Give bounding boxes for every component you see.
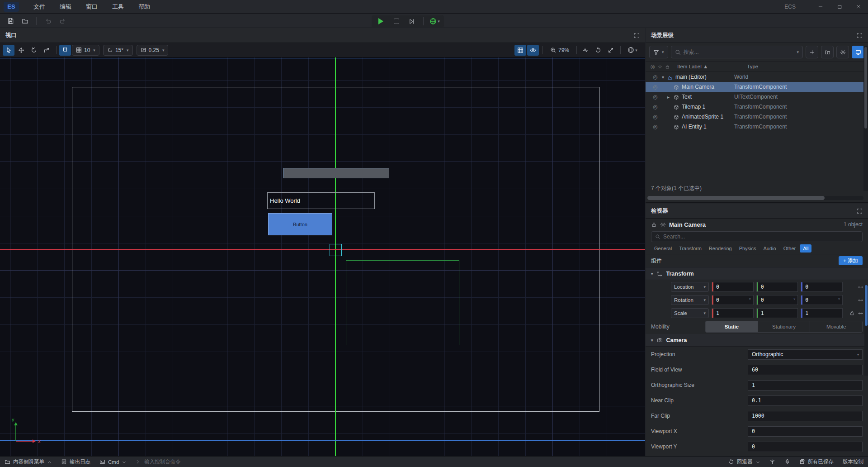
inspector-search-input[interactable]: Search... bbox=[651, 231, 863, 242]
link-axes-icon[interactable] bbox=[858, 283, 863, 290]
selection-origin-gizmo[interactable] bbox=[330, 244, 342, 256]
rotation-z-input[interactable]: 0° bbox=[801, 295, 843, 305]
link-axes-icon[interactable] bbox=[858, 310, 863, 316]
viewport-x-input[interactable]: 0 bbox=[748, 426, 863, 437]
hierarchy-vscrollbar[interactable] bbox=[863, 46, 868, 191]
new-folder-button[interactable] bbox=[821, 46, 834, 58]
tab-physics[interactable]: Physics bbox=[736, 244, 760, 253]
hierarchy-row[interactable]: ◎Main CameraTransformComponent bbox=[646, 82, 868, 92]
statusbar-item[interactable]: 回退器 bbox=[724, 457, 765, 467]
statusbar-item[interactable] bbox=[765, 457, 780, 467]
move-tool-button[interactable] bbox=[15, 45, 27, 56]
location-y-input[interactable]: 0 bbox=[756, 282, 798, 292]
display-mode-button[interactable] bbox=[852, 46, 864, 58]
menu-item-3[interactable]: 工具 bbox=[106, 1, 130, 13]
statusbar-item[interactable]: 输出日志 bbox=[57, 457, 95, 467]
save-icon[interactable] bbox=[5, 15, 16, 26]
statusbar-item[interactable]: 输入控制台命令 bbox=[131, 457, 185, 467]
hierarchy-hscrollbar[interactable] bbox=[647, 196, 863, 200]
scale-snap-dropdown[interactable]: 0.25▾ bbox=[137, 45, 169, 56]
rotation-y-input[interactable]: 0° bbox=[756, 295, 798, 305]
play-button[interactable] bbox=[374, 16, 388, 27]
redo-icon[interactable] bbox=[57, 15, 68, 26]
hierarchy-settings-button[interactable] bbox=[836, 46, 849, 58]
world-mode-dropdown[interactable]: ▾ bbox=[428, 16, 442, 27]
expand-panel-icon[interactable] bbox=[857, 208, 863, 214]
hierarchy-search-input[interactable]: 搜索... ▾ bbox=[671, 46, 803, 58]
scale-tool-button[interactable] bbox=[41, 45, 52, 56]
add-entity-button[interactable] bbox=[806, 46, 818, 58]
visibility-toggle-button[interactable] bbox=[527, 45, 539, 56]
visibility-toggle-icon[interactable]: ◎ bbox=[653, 104, 657, 110]
grid-snap-dropdown[interactable]: 10▾ bbox=[72, 45, 99, 56]
menu-item-4[interactable]: 帮助 bbox=[132, 1, 156, 13]
visibility-toggle-icon[interactable]: ◎ bbox=[653, 94, 657, 100]
expand-panel-icon[interactable] bbox=[634, 33, 640, 38]
transform-section-header[interactable]: ▾ Transform bbox=[646, 267, 868, 280]
add-component-button[interactable]: +添加 bbox=[839, 256, 863, 265]
statusbar-item[interactable]: Cmd bbox=[95, 457, 131, 467]
maximize-button[interactable] bbox=[830, 0, 849, 14]
tab-general[interactable]: General bbox=[651, 244, 675, 253]
mobility-static-button[interactable]: Static bbox=[706, 321, 758, 332]
field-of-view-input[interactable]: 60 bbox=[748, 365, 863, 375]
tab-all[interactable]: All bbox=[800, 244, 811, 253]
menu-item-2[interactable]: 窗口 bbox=[80, 1, 104, 13]
statusbar-item[interactable]: 内容侧滑菜单 bbox=[0, 457, 57, 467]
near-clip-input[interactable]: 0.1 bbox=[748, 396, 863, 406]
expand-panel-icon[interactable] bbox=[857, 33, 863, 38]
undo-icon[interactable] bbox=[42, 15, 54, 26]
statusbar-item[interactable]: 所有已保存 bbox=[795, 457, 839, 467]
scale-y-input[interactable]: 1 bbox=[756, 308, 798, 318]
visibility-toggle-icon[interactable]: ◎ bbox=[653, 124, 657, 130]
camera-section-header[interactable]: ▾ Camera bbox=[646, 334, 868, 347]
hierarchy-column-header[interactable]: ◎ ☆ Item Label ▲ Type bbox=[646, 61, 868, 72]
viewport-globe-dropdown[interactable]: ▾ bbox=[623, 45, 642, 56]
scene-canvas[interactable]: Hello World Button y x bbox=[0, 57, 645, 456]
hierarchy-row[interactable]: ◎AI Entity 1TransformComponent bbox=[646, 122, 868, 132]
location-mode-dropdown[interactable]: Location▾ bbox=[671, 282, 709, 292]
reset-view-icon[interactable] bbox=[592, 45, 604, 56]
scale-x-input[interactable]: 1 bbox=[712, 308, 754, 318]
zoom-level[interactable]: 79% bbox=[550, 47, 569, 53]
visibility-toggle-icon[interactable]: ◎ bbox=[653, 114, 657, 120]
chevron-right-icon[interactable]: ▸ bbox=[667, 95, 670, 100]
mobility-movable-button[interactable]: Movable bbox=[810, 321, 862, 332]
stats-icon[interactable] bbox=[580, 45, 591, 56]
ui-slider-widget[interactable] bbox=[283, 168, 389, 178]
orthographic-size-input[interactable]: 1 bbox=[748, 380, 863, 391]
minimize-button[interactable] bbox=[811, 0, 830, 14]
rotation-mode-dropdown[interactable]: Rotation▾ bbox=[671, 295, 709, 305]
fullscreen-icon[interactable] bbox=[605, 45, 617, 56]
hierarchy-row[interactable]: ◎AnimatedSprite 1TransformComponent bbox=[646, 112, 868, 122]
filter-button[interactable]: ▾ bbox=[649, 46, 668, 58]
statusbar-item[interactable]: 版本控制 bbox=[838, 457, 868, 467]
visibility-toggle-icon[interactable]: ◎ bbox=[653, 84, 657, 90]
hierarchy-row[interactable]: ◎▸TextUITextComponent bbox=[646, 92, 868, 102]
ui-text-widget[interactable]: Hello World bbox=[267, 192, 375, 209]
projection-select[interactable]: Orthographic▾ bbox=[748, 349, 863, 360]
step-forward-button[interactable] bbox=[405, 16, 419, 27]
unlock-icon[interactable] bbox=[849, 310, 855, 316]
inspector-vscrollbar[interactable] bbox=[864, 285, 868, 376]
viewport-y-input[interactable]: 0 bbox=[748, 442, 863, 452]
location-x-input[interactable]: 0 bbox=[712, 282, 754, 292]
rotate-tool-button[interactable] bbox=[28, 45, 40, 56]
lock-icon[interactable] bbox=[651, 222, 657, 228]
link-axes-icon[interactable] bbox=[858, 296, 863, 303]
far-clip-input[interactable]: 1000 bbox=[748, 411, 863, 421]
menu-item-1[interactable]: 编辑 bbox=[53, 1, 78, 13]
select-tool-button[interactable] bbox=[3, 45, 14, 56]
location-z-input[interactable]: 0 bbox=[801, 282, 843, 292]
tab-rendering[interactable]: Rendering bbox=[706, 244, 735, 253]
app-logo[interactable]: ES bbox=[4, 2, 19, 12]
rotation-snap-dropdown[interactable]: 15°▾ bbox=[103, 45, 133, 56]
tab-audio[interactable]: Audio bbox=[760, 244, 779, 253]
stop-button[interactable] bbox=[390, 16, 403, 27]
gear-icon[interactable] bbox=[660, 222, 666, 228]
open-folder-icon[interactable] bbox=[19, 15, 31, 26]
tab-other[interactable]: Other bbox=[780, 244, 799, 253]
hierarchy-row[interactable]: ◎Tilemap 1TransformComponent bbox=[646, 102, 868, 112]
item-label-column[interactable]: Item Label ▲ bbox=[677, 64, 708, 69]
grid-toggle-button[interactable] bbox=[514, 45, 526, 56]
